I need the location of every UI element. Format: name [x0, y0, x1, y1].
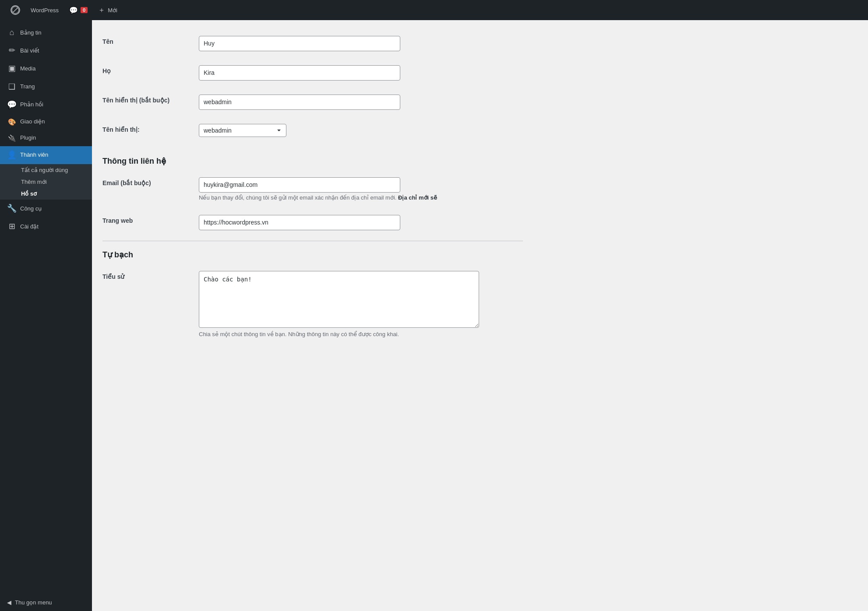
sidebar-item-thanh-vien[interactable]: 👤 Thành viên: [0, 146, 92, 164]
site-name-button[interactable]: WordPress: [25, 0, 64, 20]
contact-section-table: Email (bắt buộc) Nếu bạn thay đổi, chúng…: [102, 170, 523, 237]
settings-icon: ⊞: [7, 221, 17, 232]
trang-web-cell: [199, 208, 523, 237]
submenu-them-moi[interactable]: Thêm mới: [0, 176, 92, 188]
comments-button[interactable]: 💬 0: [64, 0, 93, 20]
ten-cell: [199, 29, 523, 58]
sidebar-label-bang-tin: Bảng tin: [20, 29, 41, 37]
sidebar-item-cai-dat[interactable]: ⊞ Cài đặt: [0, 218, 92, 235]
plugin-icon: 🔌: [7, 133, 17, 143]
table-row-ho: Họ: [102, 58, 523, 88]
ten-label: Tên: [102, 29, 199, 58]
profile-form: Tên Họ: [102, 29, 523, 344]
tools-icon: 🔧: [7, 203, 17, 214]
plus-icon: ＋: [98, 6, 105, 15]
sidebar-label-plugin: Plugin: [20, 134, 36, 142]
ten-hien-thi-required-label: Tên hiển thị (bắt buộc): [102, 88, 199, 117]
bio-section-heading: Tự bạch: [102, 241, 523, 264]
thanh-vien-submenu: Tất cả người dùng Thêm mới Hồ sơ: [0, 164, 92, 200]
ho-cell: [199, 58, 523, 88]
email-description-bold: Địa chỉ mới sẽ: [398, 194, 437, 201]
collapse-icon: ◀: [7, 599, 11, 606]
sidebar-item-bai-viet[interactable]: ✏ Bài viết: [0, 42, 92, 60]
main-content: Tên Họ: [92, 20, 868, 611]
comments-count: 0: [81, 7, 88, 13]
them-moi-label: Thêm mới: [21, 179, 47, 185]
sidebar-item-trang[interactable]: ❑ Trang: [0, 78, 92, 96]
name-section-table: Tên Họ: [102, 29, 523, 144]
media-icon: ▣: [7, 63, 17, 74]
collapse-menu-button[interactable]: ◀ Thu gọn menu: [0, 594, 92, 611]
ten-hien-thi-select-cell: webadmin: [199, 117, 523, 144]
tat-ca-nguoi-dung-label: Tất cả người dùng: [21, 167, 68, 173]
table-row-ten: Tên: [102, 29, 523, 58]
trang-web-label: Trang web: [102, 208, 199, 237]
tieu-su-description: Chia sẻ một chút thông tin về bạn. Những…: [199, 331, 479, 337]
new-label: Mới: [108, 7, 117, 14]
table-row-ten-hien-thi-required: Tên hiển thị (bắt buộc): [102, 88, 523, 117]
comments-icon: 💬: [7, 99, 17, 110]
sidebar-item-bang-tin[interactable]: ⌂ Bảng tin: [0, 24, 92, 42]
email-input[interactable]: [199, 177, 400, 193]
sidebar-label-media: Media: [20, 65, 35, 73]
sidebar-label-trang: Trang: [20, 83, 35, 91]
sidebar: ⌂ Bảng tin ✏ Bài viết ▣ Media ❑ Trang 💬 …: [0, 20, 92, 611]
dashboard-icon: ⌂: [7, 27, 17, 38]
sidebar-label-giao-dien: Giao diện: [20, 118, 45, 126]
new-content-button[interactable]: ＋ Mới: [93, 0, 123, 20]
submenu-ho-so[interactable]: Hồ sơ: [0, 188, 92, 200]
comment-icon: 💬: [69, 6, 78, 14]
ten-hien-thi-required-cell: [199, 88, 523, 117]
site-name-label: WordPress: [31, 7, 59, 14]
sidebar-item-cong-cu[interactable]: 🔧 Công cụ: [0, 200, 92, 218]
email-description: Nếu bạn thay đổi, chúng tôi sẽ gửi một e…: [199, 194, 479, 201]
sidebar-menu: ⌂ Bảng tin ✏ Bài viết ▣ Media ❑ Trang 💬 …: [0, 20, 92, 236]
ho-input[interactable]: [199, 65, 400, 81]
users-icon: 👤: [7, 150, 17, 161]
sidebar-item-giao-dien[interactable]: 🎨 Giao diện: [0, 114, 92, 130]
sidebar-item-phan-hoi[interactable]: 💬 Phản hồi: [0, 96, 92, 114]
sidebar-item-plugin[interactable]: 🔌 Plugin: [0, 130, 92, 146]
sidebar-label-cong-cu: Công cụ: [20, 205, 42, 213]
appearance-icon: 🎨: [7, 117, 17, 126]
ten-hien-thi-select-label: Tên hiển thị:: [102, 117, 199, 144]
bio-section-table: Tiểu sử Chào các bạn! Chia sẻ một chút t…: [102, 264, 523, 344]
sidebar-item-media[interactable]: ▣ Media: [0, 60, 92, 77]
posts-icon: ✏: [7, 45, 17, 56]
ten-hien-thi-required-input[interactable]: [199, 95, 400, 110]
email-cell: Nếu bạn thay đổi, chúng tôi sẽ gửi một e…: [199, 170, 523, 208]
submenu-tat-ca-nguoi-dung[interactable]: Tất cả người dùng: [0, 164, 92, 176]
sidebar-label-cai-dat: Cài đặt: [20, 223, 39, 231]
sidebar-label-phan-hoi: Phản hồi: [20, 101, 43, 109]
table-row-ten-hien-thi-select: Tên hiển thị: webadmin: [102, 117, 523, 144]
table-row-email: Email (bắt buộc) Nếu bạn thay đổi, chúng…: [102, 170, 523, 208]
sidebar-label-bai-viet: Bài viết: [20, 47, 39, 55]
email-label: Email (bắt buộc): [102, 170, 199, 208]
table-row-trang-web: Trang web: [102, 208, 523, 237]
tieu-su-cell: Chào các bạn! Chia sẻ một chút thông tin…: [199, 264, 523, 344]
wp-logo-button[interactable]: [5, 0, 25, 20]
collapse-label: Thu gọn menu: [15, 599, 52, 606]
tieu-su-label: Tiểu sử: [102, 264, 199, 344]
admin-bar: WordPress 💬 0 ＋ Mới: [0, 0, 868, 20]
pages-icon: ❑: [7, 81, 17, 92]
ten-input[interactable]: [199, 36, 400, 51]
sidebar-label-thanh-vien: Thành viên: [20, 151, 48, 159]
trang-web-input[interactable]: [199, 215, 400, 230]
tieu-su-textarea[interactable]: Chào các bạn!: [199, 271, 479, 328]
ho-label: Họ: [102, 58, 199, 88]
ho-so-label: Hồ sơ: [21, 190, 37, 197]
ten-hien-thi-select[interactable]: webadmin: [199, 124, 286, 137]
contact-section-heading: Thông tin liên hệ: [102, 147, 523, 170]
table-row-tieu-su: Tiểu sử Chào các bạn! Chia sẻ một chút t…: [102, 264, 523, 344]
